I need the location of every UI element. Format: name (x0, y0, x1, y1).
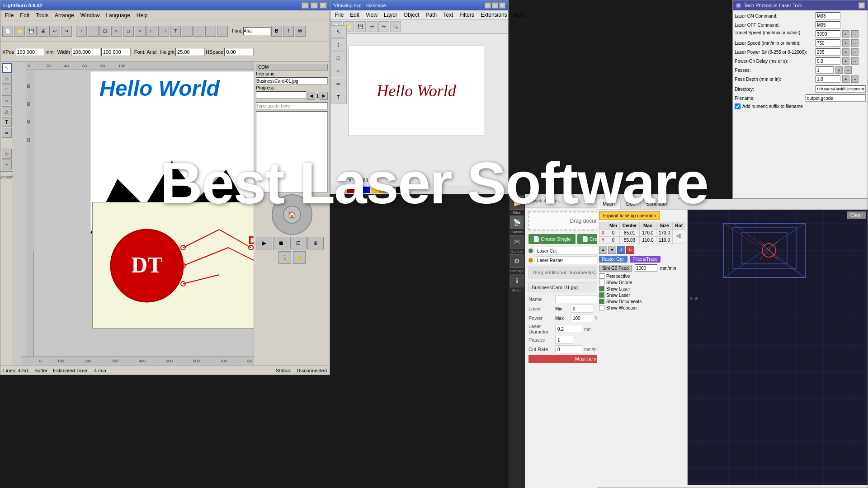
align-center-btn[interactable]: ⊣ (158, 26, 169, 37)
laser-max-input[interactable] (571, 314, 593, 322)
minimize-button[interactable]: ─ (302, 2, 309, 9)
menu-language[interactable]: Language (103, 11, 132, 19)
tab-simulator[interactable]: Simulator (641, 199, 673, 209)
start-btn[interactable]: ▶ (256, 237, 272, 249)
new-btn[interactable]: 📄 (2, 26, 13, 37)
ink-menu-object[interactable]: Object (401, 11, 422, 19)
expand-btn[interactable]: Expand to setup operation (599, 211, 660, 220)
nav-icon-comms[interactable]: 📡 (510, 216, 524, 229)
power-delay-input[interactable] (816, 57, 840, 65)
width2-input[interactable] (101, 48, 131, 56)
pass-depth-inc[interactable] (842, 75, 849, 83)
passes-inc[interactable] (835, 66, 843, 74)
ink-menu-layer[interactable]: Layer (381, 11, 400, 19)
passes-input-form[interactable] (555, 336, 573, 344)
ink-menu-help[interactable]: Help (511, 11, 528, 19)
create-single-btn[interactable]: 📄 Create Single (528, 234, 576, 244)
laser-on-cmd-input[interactable] (816, 12, 840, 19)
ink-tool-pen[interactable]: ✏ (331, 78, 345, 90)
zoom-in-btn[interactable]: + (76, 26, 87, 37)
lt-close[interactable]: ✕ (859, 2, 865, 9)
ink-tb-undo[interactable]: ↩ (367, 21, 377, 32)
menu-window[interactable]: Window (78, 11, 103, 19)
suffix-checkbox[interactable] (735, 103, 741, 109)
nav-icon-about[interactable]: ℹ (510, 274, 524, 287)
clear-btn[interactable]: Clear (847, 211, 866, 219)
inkscape-maximize[interactable]: □ (492, 2, 498, 9)
gcode-area[interactable] (256, 111, 328, 192)
power-delay-dec[interactable] (851, 57, 859, 65)
ink-tool-rect[interactable]: □ (331, 52, 345, 64)
laser-speed-dec[interactable] (851, 39, 859, 47)
ink-tb-zoom[interactable]: 🔍 (390, 21, 401, 32)
ink-menu-view[interactable]: View (363, 11, 380, 19)
xpos-input[interactable] (15, 48, 44, 56)
rect-btn[interactable]: □ (123, 26, 134, 37)
jog-wheel[interactable]: 🏠 (272, 194, 312, 235)
ink-tool-text[interactable]: T (331, 91, 345, 103)
ellipse-btn[interactable]: ○ (135, 26, 146, 37)
laser-min-input[interactable] (571, 305, 593, 313)
color-orange[interactable] (379, 187, 387, 193)
progress-dec[interactable]: ◀ (307, 92, 315, 100)
tb-extra2[interactable]: ⋯ (193, 26, 204, 37)
print-btn[interactable]: 🖨 (38, 26, 48, 37)
tool-node[interactable]: ⊹ (2, 74, 12, 84)
color-black[interactable] (396, 187, 403, 193)
ink-menu-text[interactable]: Text (440, 11, 456, 19)
walk-icon[interactable]: 🚶 (278, 251, 291, 264)
nav-icon-files[interactable]: 📁 (510, 196, 524, 210)
lb-canvas-area[interactable]: 0 20 40 60 80 100 80 60 40 20 (13, 62, 254, 375)
ink-menu-path[interactable]: Path (423, 11, 440, 19)
open-btn[interactable]: 📁 (14, 26, 25, 37)
undo-btn[interactable]: ↩ (49, 26, 60, 37)
color-red[interactable] (347, 187, 354, 193)
close-button[interactable]: ✕ (320, 2, 327, 9)
color-blue[interactable] (363, 187, 370, 193)
directory-input[interactable] (816, 85, 866, 93)
height-display[interactable] (175, 48, 205, 56)
frame-btn[interactable]: ⊡ (290, 237, 307, 249)
nav-icon-control[interactable]: 🎮 (510, 235, 524, 249)
laser-power-dec[interactable] (851, 48, 859, 56)
italic-btn[interactable]: I (283, 26, 294, 37)
hspace-input[interactable] (224, 48, 254, 56)
raster-opt-btn[interactable]: Raster Opt. (599, 256, 627, 263)
travel-speed-input[interactable] (816, 30, 840, 38)
filename-input[interactable] (256, 77, 328, 84)
inkscape-canvas[interactable]: Hello World (349, 46, 484, 136)
laser-speed-input[interactable] (816, 39, 840, 47)
ink-tb-redo[interactable]: ↪ (378, 21, 389, 32)
passes-input-lt[interactable] (816, 66, 834, 74)
tb-extra4[interactable]: ⋯ (217, 26, 228, 37)
laser-diameter-input[interactable] (555, 325, 582, 333)
color-green[interactable] (355, 187, 362, 193)
mach-right[interactable]: X -S Clear (688, 210, 868, 485)
nav-icon-settings[interactable]: ⚙ (510, 254, 524, 268)
gcode-input[interactable] (256, 102, 328, 109)
tool-laser[interactable]: ⊕ (2, 149, 12, 159)
align-right-btn[interactable]: ⊤ (170, 26, 181, 37)
show-webcam-checkbox[interactable] (599, 305, 604, 310)
inkscape-close[interactable]: ✕ (499, 2, 505, 9)
menu-arrange[interactable]: Arrange (52, 11, 77, 19)
passes-dec[interactable] (844, 66, 852, 74)
maximize-button[interactable]: □ (311, 2, 318, 9)
color-purple[interactable] (387, 187, 395, 193)
inkscape-minimize[interactable]: ─ (485, 2, 491, 9)
ink-menu-edit[interactable]: Edit (347, 11, 362, 19)
menu-file[interactable]: File (2, 11, 16, 19)
show-documents-checkbox[interactable] (599, 299, 604, 304)
ink-tb-save[interactable]: 💾 (355, 21, 366, 32)
laser-power-inc[interactable] (842, 48, 849, 56)
show-laser-checkbox[interactable] (599, 286, 604, 291)
filters-trace-btn[interactable]: Filters/Trace (630, 256, 660, 263)
pass-depth-input[interactable] (816, 75, 840, 83)
font-input[interactable] (243, 27, 270, 35)
tool-rect[interactable]: □ (2, 84, 12, 94)
ink-menu-filters[interactable]: Filters (457, 11, 477, 19)
pass-depth-dec[interactable] (851, 75, 859, 83)
laser-off-cmd-input[interactable] (816, 21, 840, 28)
progress-inc[interactable]: ▶ (320, 92, 328, 100)
align-left-btn[interactable]: ⊢ (146, 26, 157, 37)
